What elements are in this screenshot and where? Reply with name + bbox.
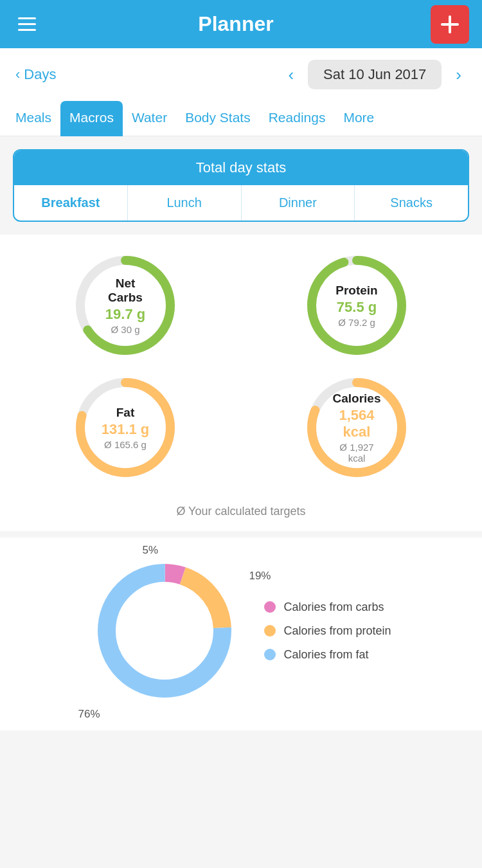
metric-name: Calories [331,392,382,406]
chart-cell-fat: Fat 131.1 g Ø 165.6 g [13,370,238,485]
metric-name: Protein [335,284,377,298]
metric-avg: Ø 165.6 g [102,439,150,450]
add-button[interactable] [431,5,469,44]
chart-cell-net-carbs: Net Carbs 19.7 g Ø 30 g [13,248,238,363]
chart-cell-calories: Calories 1,564 kcal Ø 1,927 kcal [244,370,469,485]
metric-value: 75.5 g [335,299,377,316]
tab-macros[interactable]: Macros [60,101,123,136]
date-navigation: ‹ Days ‹ Sat 10 Jun 2017 › [0,48,482,101]
legend-dot-protein [264,625,276,637]
app-header: Planner [0,0,482,48]
current-date[interactable]: Sat 10 Jun 2017 [308,60,442,89]
menu-button[interactable] [13,10,41,39]
pie-legend: Calories from carbs Calories from protei… [264,601,391,662]
meal-tab-breakfast[interactable]: Breakfast [14,185,128,221]
legend-protein: Calories from protein [264,624,391,638]
chart-cell-protein: Protein 75.5 g Ø 79.2 g [244,248,469,363]
legend-fat: Calories from fat [264,648,391,662]
charts-grid: Net Carbs 19.7 g Ø 30 g Protein 75.5 g Ø… [0,235,482,498]
tab-water[interactable]: Water [123,101,176,136]
next-date-button[interactable]: › [451,62,467,87]
pie-label-protein-pct: 19% [249,570,271,583]
legend-carbs: Calories from carbs [264,601,391,614]
tab-readings[interactable]: Readings [260,101,335,136]
meal-tab-snacks[interactable]: Snacks [355,185,468,221]
tab-more[interactable]: More [334,101,383,136]
days-label: Days [24,66,56,83]
tab-bar: Meals Macros Water Body Stats Readings M… [0,101,482,136]
legend-label-protein: Calories from protein [283,624,391,638]
metric-value: 19.7 g [100,306,151,323]
metric-name: Fat [102,406,150,420]
macro-pie-chart: 5% 19% 76% [91,557,238,705]
meal-tab-lunch[interactable]: Lunch [128,185,242,221]
target-note: Ø Your calculated targets [0,498,482,531]
meal-tabs: Breakfast Lunch Dinner Snacks [14,185,468,221]
legend-dot-fat [264,649,276,660]
tab-body-stats[interactable]: Body Stats [176,101,260,136]
prev-date-button[interactable]: ‹ [283,62,299,87]
metric-value: 1,564 kcal [331,407,382,440]
metric-name: Net Carbs [100,276,151,305]
metric-value: 131.1 g [102,421,150,438]
legend-label-fat: Calories from fat [283,648,368,662]
metric-avg: Ø 30 g [100,324,151,335]
date-center: ‹ Sat 10 Jun 2017 › [283,60,467,89]
legend-label-carbs: Calories from carbs [283,601,384,614]
meal-tab-dinner[interactable]: Dinner [242,185,355,221]
stats-box: Total day stats Breakfast Lunch Dinner S… [13,149,469,222]
macro-section: 5% 19% 76% Calories from carbs Calories … [0,538,482,730]
stats-header-label: Total day stats [14,150,468,185]
days-button[interactable]: ‹ Days [15,66,56,83]
metric-avg: Ø 1,927 kcal [331,442,382,464]
chevron-left-icon: ‹ [15,66,20,83]
legend-dot-carbs [264,601,276,613]
pie-label-fat-pct: 76% [78,708,100,721]
tab-meals[interactable]: Meals [6,101,60,136]
pie-label-carbs-pct: 5% [142,544,158,557]
metric-avg: Ø 79.2 g [335,317,377,328]
app-title: Planner [198,12,273,36]
